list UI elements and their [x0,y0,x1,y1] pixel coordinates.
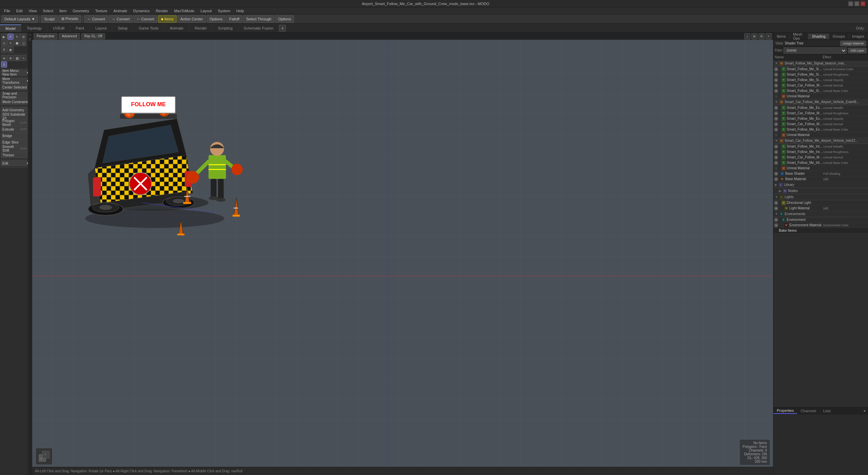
tab-uvedit[interactable]: UVEdit [47,25,70,32]
scale-tool-icon[interactable]: ⊞ [20,34,26,40]
tree-item-unreal-2[interactable]: ○ U Unreal Material [773,132,868,138]
mesh-constraints-btn[interactable]: Mesh Constraints [1,99,31,105]
group-interior[interactable]: ▼ M Smart_Car_Follow_Me_Airport_Vehicle_… [773,138,868,144]
group-lights[interactable]: ▼ L Lights [773,194,868,200]
vp-fullscreen-icon[interactable]: ⊞ [751,33,757,39]
advanced-btn[interactable]: Advanced [59,33,80,39]
falloff-btn[interactable]: Falloff [226,15,242,23]
edit-dropdown-btn[interactable]: Edit ▼ [1,160,31,166]
rp-tab-meshops[interactable]: Mesh Ops [790,32,809,41]
visibility-icon-bs[interactable]: ● [774,172,778,176]
action-center-btn[interactable]: Action Center [177,15,206,23]
menu-geometry[interactable]: Geometry [70,8,92,14]
tree-item-env[interactable]: ● E Environment [773,217,868,223]
edge-slice-btn[interactable]: Edge Slice [1,139,31,145]
item-menu-new-item[interactable]: Item Menu: New Item ▼ [1,70,31,76]
visibility-icon-12[interactable]: ● [774,155,778,159]
menu-animate[interactable]: Animate [111,8,130,14]
tab-topology[interactable]: Topology [21,25,47,32]
visibility-icon-dl[interactable]: ● [774,201,778,205]
presets-btn[interactable]: ⊞ Presets [58,15,81,23]
snap-precision-btn[interactable]: Snap and Precision [1,92,31,98]
rp-tab-images[interactable]: Images [849,34,868,39]
visibility-icon-6[interactable]: ● [774,111,778,115]
tab-gametools[interactable]: Game Tools [133,25,164,32]
options-btn-2[interactable]: Options [275,15,294,23]
menu-edit[interactable]: Edit [14,8,25,14]
group-library[interactable]: ▶ L Library [773,182,868,188]
tree-item-base-shader[interactable]: ● S Base Shader Full Shading [773,171,868,176]
menu-dynamics[interactable]: Dynamics [131,8,152,14]
sculpt-btn[interactable]: Sculpt [41,15,58,23]
rp-tab-shading[interactable]: Shading [808,34,829,39]
tab-setup[interactable]: Setup [112,25,133,32]
paint-tool-icon[interactable]: ⬟ [14,40,20,46]
icon-2-2[interactable]: ⊗ [7,55,14,61]
filter-select[interactable]: (none) [784,48,847,54]
tree-item-base-material[interactable]: ● M Base Material (all) [773,176,868,182]
tab-layout[interactable]: Layout [90,25,112,32]
brp-tab-channels[interactable]: Channels [797,408,820,414]
visibility-icon-bm[interactable]: ● [774,177,778,181]
text-tool-icon[interactable]: A [1,46,7,53]
group-exterior[interactable]: ▼ M Smart_Car_Follow_Me_Airport_Vehicle_… [773,99,868,105]
visibility-icon-u3[interactable]: ○ [774,166,778,170]
rotate-tool-icon[interactable]: ↻ [14,34,20,40]
tree-item-4[interactable]: ● T Smart_Follow_Me_Signal_beacon_mat_Ba… [773,88,868,94]
tree-item-dir-light[interactable]: ● ☀ Directional Light [773,200,868,206]
tree-item-1[interactable]: ● T Smart_Follow_Me_Signal_beacon_mat_Ro… [773,72,868,77]
icon-2-1[interactable]: ⊕ [1,55,7,61]
more-transforms-btn[interactable]: More Transforms ▼ [1,78,31,84]
visibility-icon-9[interactable]: ● [774,128,778,132]
brp-tab-lists[interactable]: Lists [820,408,834,414]
visibility-icon-lm[interactable]: ● [774,206,778,210]
tree-item-unreal-1[interactable]: ○ U Unreal Material [773,94,868,99]
transform-tool-icon[interactable]: ⊡ [1,40,7,46]
convert-btn-1[interactable]: ↔ Convert [84,15,108,23]
visibility-icon-1[interactable]: ● [774,73,778,77]
visibility-icon-env[interactable]: ● [774,218,778,222]
tree-item-13[interactable]: ● T Smart_Follow_Me_Interior_mat_BaseCol… [773,160,868,166]
menu-help[interactable]: Help [234,8,247,14]
menu-texture[interactable]: Texture [93,8,110,14]
vtab-1[interactable]: T [27,33,32,37]
menu-system[interactable]: System [215,8,233,14]
tree-item-unreal-3[interactable]: ○ U Unreal Material [773,166,868,171]
vp-settings-icon[interactable]: ⚙ [758,33,765,39]
menu-file[interactable]: File [1,8,13,14]
tree-item-2[interactable]: ● T Smart_Follow_Me_Signal_beacon_mat_Re… [773,77,868,83]
visibility-icon-3[interactable]: ● [774,83,778,88]
tree-item-3[interactable]: ● T Smart_Car_Follow_Me_Airport_Vehicle_… [773,83,868,88]
visibility-icon-4[interactable]: ● [774,89,778,93]
tree-item-12[interactable]: ● T Smart_Car_Follow_Me_Airport_Vehicle_… [773,155,868,160]
group-environments[interactable]: ▼ E Environments [773,211,868,217]
menu-item[interactable]: Item [57,8,69,14]
brp-extra-btn[interactable]: ▸ [862,408,868,413]
tree-item-6[interactable]: ● T Smart_Car_Follow_Me_Airport_Vehicle_… [773,111,868,116]
minimize-btn[interactable]: ─ [848,1,853,6]
convert-btn-2[interactable]: ↔ Convert [109,15,133,23]
tree-item-7[interactable]: ● T Smart_Follow_Me_Exterior_mat_Refract… [773,116,868,121]
visibility-icon-5[interactable]: ● [774,106,778,110]
viewport-wrapper[interactable]: Perspective Advanced Ray GL: Off ⌂ ⊞ ⚙ × [32,33,773,475]
visibility-icon-u1[interactable]: ○ [774,94,778,98]
visibility-icon-8[interactable]: ● [774,122,778,126]
vertex-tool-icon[interactable]: ◆ [7,46,14,53]
tab-schematic[interactable]: Schematic Fusion [238,25,279,32]
bridge-btn[interactable]: Bridge [1,133,31,139]
group-nodes[interactable]: ▶ N Nodes [773,188,868,194]
center-selected-btn[interactable]: Center Selected [1,84,31,90]
menu-maxtomodo[interactable]: MaxToModo [171,8,197,14]
visibility-icon-10[interactable]: ● [774,145,778,149]
shader-tree-label[interactable]: Shader Tree [785,41,804,45]
visibility-icon-13[interactable]: ● [774,161,778,165]
tab-model[interactable]: Model [0,24,21,32]
tab-animate[interactable]: Animate [164,25,189,32]
vp-home-icon[interactable]: ⌂ [744,33,750,39]
visibility-icon-u2[interactable]: ○ [774,133,778,137]
menu-select[interactable]: Select [40,8,56,14]
vp-close-icon[interactable]: × [766,33,772,39]
icon-2-5[interactable]: A [1,61,7,68]
visibility-icon-em[interactable]: ● [774,223,778,227]
visibility-icon-7[interactable]: ● [774,117,778,121]
